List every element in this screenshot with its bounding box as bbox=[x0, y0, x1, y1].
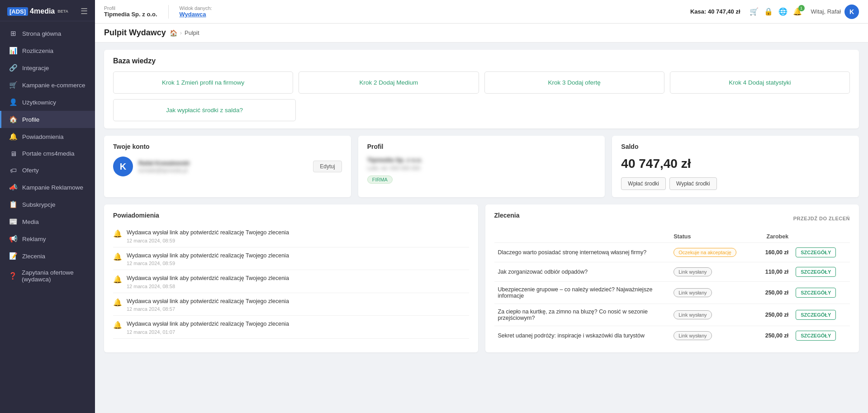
main-area: Profil Tipmedia Sp. z o.o. Widok danych:… bbox=[95, 0, 868, 413]
edit-button[interactable]: Edytuj bbox=[313, 161, 342, 172]
col-zarobek: Zarobek bbox=[755, 231, 792, 243]
saldo-buttons: Wpłać środki Wypłać środki bbox=[621, 177, 850, 190]
sidebar-item-zlecenia[interactable]: 📝Zlecenia bbox=[0, 247, 95, 265]
notif-bell-icon: 🔔 bbox=[113, 321, 122, 329]
sidebar-item-rozliczenia[interactable]: 📊Rozliczenia bbox=[0, 42, 95, 59]
sidebar-item-uzytkownicy[interactable]: 👤Użytkownicy bbox=[0, 94, 95, 111]
sidebar-item-portale[interactable]: 🖥Portale cms4media bbox=[0, 145, 95, 162]
wplac-button[interactable]: Wpłać środki bbox=[621, 177, 666, 190]
sidebar-item-integracje[interactable]: 🔗Integracje bbox=[0, 59, 95, 76]
hamburger-icon[interactable]: ☰ bbox=[81, 6, 88, 16]
notif-bell-icon: 🔔 bbox=[113, 252, 122, 261]
sidebar-item-powiadomienia[interactable]: 🔔Powiadomienia bbox=[0, 128, 95, 145]
zlecenia-table-header: Status Zarobek bbox=[494, 231, 850, 243]
sidebar-label-media: Media bbox=[22, 218, 39, 225]
table-row: Sekret udanej podróży: inspiracje i wska… bbox=[494, 326, 850, 346]
zlecenie-actions: SZCZEGÓŁY bbox=[792, 326, 850, 346]
notif-text: Wydawca wysłał link aby potwierdzić real… bbox=[127, 298, 289, 306]
sidebar-item-kampanie-reklamowe[interactable]: 📣Kampanie Reklamowe bbox=[0, 179, 95, 196]
table-row: Za ciepło na kurtkę, za zimno na bluzę? … bbox=[494, 304, 850, 326]
sidebar-label-strona-glowna: Strona główna bbox=[22, 30, 61, 37]
notif-item: 🔔 Wydawca wysłał link aby potwierdzić re… bbox=[113, 271, 469, 293]
zlecenie-title: Jak zorganizować odbiór odpadów? bbox=[494, 262, 670, 282]
baza-step-1[interactable]: Krok 1 Zmień profil na firmowy bbox=[113, 71, 293, 94]
saldo-amount: 40 747,40 zł bbox=[621, 157, 850, 171]
topbar-divider bbox=[168, 5, 169, 19]
sidebar-item-kampanie-ecommerce[interactable]: 🛒Kampanie e-commerce bbox=[0, 76, 95, 94]
sidebar-label-portale: Portale cms4media bbox=[22, 150, 75, 157]
sidebar-item-strona-glowna[interactable]: ⊞Strona główna bbox=[0, 25, 95, 42]
zlecenie-status: Link wysłany bbox=[670, 282, 755, 304]
zlecenie-zarobek: 160,00 zł bbox=[755, 243, 792, 262]
lock-icon[interactable]: 🔒 bbox=[764, 7, 773, 16]
szczegoly-button[interactable]: SZCZEGÓŁY bbox=[796, 247, 836, 257]
sidebar-item-reklamy[interactable]: 📢Reklamy bbox=[0, 230, 95, 247]
notif-content: Wydawca wysłał link aby potwierdzić real… bbox=[127, 298, 289, 312]
topbar-view-col: Widok danych: Wydawca bbox=[180, 5, 212, 18]
account-user: K Rafał Kowalewski kontakt@tipmedia.pl E… bbox=[113, 157, 342, 176]
notif-date: 12 marca 2024, 08:57 bbox=[127, 306, 289, 312]
sidebar-label-kampanie-reklamowe: Kampanie Reklamowe bbox=[22, 184, 83, 191]
sidebar-icon-rozliczenia: 📊 bbox=[9, 47, 18, 55]
topbar-avatar[interactable]: K bbox=[844, 5, 859, 19]
zlecenie-status: Oczekuje na akceptację bbox=[670, 243, 755, 262]
sidebar-icon-kampanie-reklamowe: 📣 bbox=[9, 183, 18, 191]
sidebar-item-subskrypcje[interactable]: 📋Subskrypcje bbox=[0, 196, 95, 213]
przejdz-do-zlecen-button[interactable]: PRZEJDŹ DO ZLECEŃ bbox=[793, 216, 850, 221]
sidebar-item-profile[interactable]: 🏠Profile bbox=[0, 111, 95, 128]
zlecenia-header: Zlecenia PRZEJDŹ DO ZLECEŃ bbox=[494, 212, 850, 225]
zlecenie-title: Dlaczego warto posiadać stronę interneto… bbox=[494, 243, 670, 262]
logo-beta: BETA bbox=[57, 9, 68, 14]
sidebar-label-oferty: Oferty bbox=[22, 167, 39, 174]
sidebar-icon-integracje: 🔗 bbox=[9, 64, 18, 72]
notif-date: 12 marca 2024, 08:59 bbox=[127, 238, 289, 243]
home-icon[interactable]: 🏠 bbox=[170, 29, 177, 37]
bell-icon[interactable]: 🔔 1 bbox=[793, 7, 802, 16]
sidebar-item-media[interactable]: 📰Media bbox=[0, 213, 95, 230]
topbar-kasa-value: 40 747,40 zł bbox=[708, 8, 740, 15]
sidebar-icon-profile: 🏠 bbox=[9, 115, 18, 123]
zlecenie-status: Link wysłany bbox=[670, 326, 755, 346]
notif-date: 12 marca 2024, 08:58 bbox=[127, 284, 289, 289]
topbar-icons: 🛒 🔒 🌐 🔔 1 bbox=[749, 7, 802, 16]
sidebar: [ADS] 4media BETA ☰ ⊞Strona główna📊Rozli… bbox=[0, 0, 95, 413]
profil-company: Tipmedia Sp. z o.o. bbox=[367, 157, 596, 163]
baza-step-4[interactable]: Krok 4 Dodaj statystyki bbox=[670, 71, 850, 94]
sidebar-label-reklamy: Reklamy bbox=[22, 236, 46, 242]
zlecenie-status: Link wysłany bbox=[670, 262, 755, 282]
status-badge: Link wysłany bbox=[674, 331, 711, 340]
wyplac-button[interactable]: Wypłać środki bbox=[669, 177, 717, 190]
zlecenie-actions: SZCZEGÓŁY bbox=[792, 282, 850, 304]
notif-text: Wydawca wysłał link aby potwierdzić real… bbox=[127, 275, 289, 283]
szczegoly-button[interactable]: SZCZEGÓŁY bbox=[796, 310, 836, 320]
sidebar-label-integracje: Integracje bbox=[22, 65, 49, 71]
sidebar-item-zapytania[interactable]: ❓Zapytania ofertowe (wydawca) bbox=[0, 265, 95, 287]
zlecenia-title: Zlecenia bbox=[494, 212, 520, 219]
sidebar-icon-reklamy: 📢 bbox=[9, 235, 18, 243]
sidebar-item-oferty[interactable]: 🏷Oferty bbox=[0, 162, 95, 179]
baza-step-2[interactable]: Krok 2 Dodaj Medium bbox=[299, 71, 479, 94]
szczegoly-button[interactable]: SZCZEGÓŁY bbox=[796, 288, 836, 298]
zlecenie-actions: SZCZEGÓŁY bbox=[792, 262, 850, 282]
baza-step-3[interactable]: Krok 3 Dodaj ofertę bbox=[484, 71, 664, 94]
sidebar-icon-uzytkownicy: 👤 bbox=[9, 98, 18, 106]
status-badge: Link wysłany bbox=[674, 288, 711, 297]
topbar-view-name[interactable]: Wydawca bbox=[180, 11, 212, 18]
szczegoly-button[interactable]: SZCZEGÓŁY bbox=[796, 267, 836, 277]
baza-steps-grid: Krok 1 Zmień profil na firmowy Krok 2 Do… bbox=[113, 71, 850, 94]
sidebar-label-zlecenia: Zlecenia bbox=[22, 253, 45, 260]
sidebar-icon-strona-glowna: ⊞ bbox=[9, 29, 18, 38]
twoje-konto-card: Twoje konto K Rafał Kowalewski kontakt@t… bbox=[104, 136, 351, 197]
notif-text: Wydawca wysłał link aby potwierdzić real… bbox=[127, 229, 289, 237]
zlecenia-tbody: Dlaczego warto posiadać stronę interneto… bbox=[494, 243, 850, 346]
szczegoly-button[interactable]: SZCZEGÓŁY bbox=[796, 331, 836, 341]
table-row: Ubezpieczenie grupowe – co należy wiedzi… bbox=[494, 282, 850, 304]
baza-extra[interactable]: Jak wypłacić środki z salda? bbox=[113, 99, 296, 121]
profil-url: Lalki, tel: 000 000 000 bbox=[367, 165, 596, 171]
topbar-profile-section: Profil Tipmedia Sp. z o.o. Widok danych:… bbox=[104, 5, 212, 19]
globe-icon[interactable]: 🌐 bbox=[778, 7, 787, 16]
profil-card: Profil Tipmedia Sp. z o.o. Lalki, tel: 0… bbox=[358, 136, 605, 197]
sidebar-label-powiadomienia: Powiadomienia bbox=[22, 133, 64, 140]
account-name: Rafał Kowalewski bbox=[138, 160, 308, 166]
cart-icon[interactable]: 🛒 bbox=[749, 7, 759, 16]
